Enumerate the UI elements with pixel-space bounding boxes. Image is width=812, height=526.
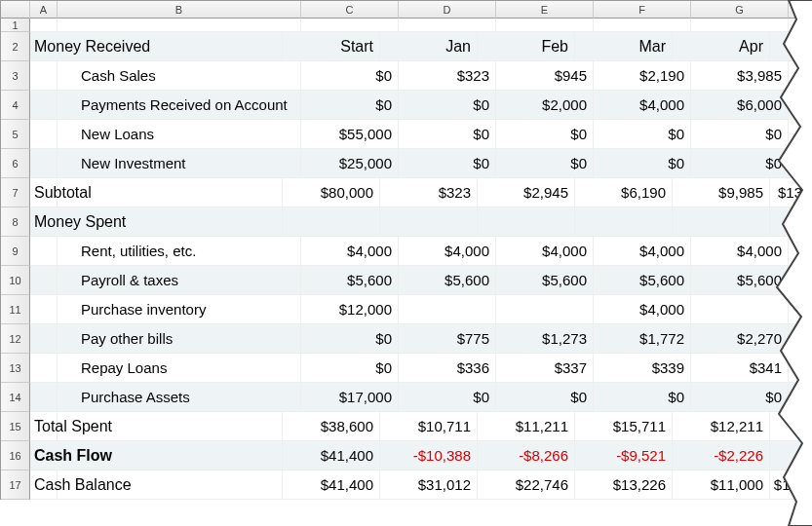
cell-H15[interactable] (770, 412, 809, 441)
rent-mar[interactable]: $4,000 (594, 237, 691, 266)
total-spent-apr[interactable]: $12,211 (673, 412, 770, 441)
total-spent-label[interactable]: Total Spent (30, 412, 283, 441)
cell-A3[interactable] (30, 61, 58, 91)
purchase-assets-mar[interactable]: $0 (594, 383, 691, 412)
payroll-jan[interactable]: $5,600 (399, 266, 496, 295)
cell-H5[interactable] (789, 120, 812, 149)
new-investment-mar[interactable]: $0 (594, 149, 691, 178)
cash-sales-apr[interactable]: $3,985 (691, 61, 789, 91)
cell-H6[interactable] (789, 149, 812, 178)
total-spent-start[interactable]: $38,600 (283, 412, 380, 441)
cell-A6[interactable] (30, 149, 58, 178)
repay-loans-mar[interactable]: $339 (594, 354, 691, 383)
cash-flow-start[interactable]: $41,400 (283, 441, 380, 470)
cell-A11[interactable] (30, 295, 58, 324)
cash-balance-h[interactable]: $12, (770, 470, 809, 500)
cell-A10[interactable] (30, 266, 58, 295)
row-header-12[interactable]: 12 (1, 324, 30, 354)
subtotal-jan[interactable]: $323 (380, 178, 478, 207)
rent-feb[interactable]: $4,000 (496, 237, 594, 266)
subtotal-label[interactable]: Subtotal (30, 178, 283, 207)
col-header-A[interactable]: A (30, 1, 58, 19)
cell-H1[interactable] (789, 19, 812, 32)
cell-A5[interactable] (30, 120, 58, 149)
other-bills-feb[interactable]: $1,273 (496, 324, 594, 354)
cell-F8[interactable] (575, 207, 673, 237)
money-received-label[interactable]: Money Received (30, 32, 283, 61)
col-header-H[interactable]: H (789, 1, 812, 19)
other-bills-jan[interactable]: $775 (399, 324, 496, 354)
row-header-11[interactable]: 11 (1, 295, 30, 324)
subtotal-start[interactable]: $80,000 (283, 178, 380, 207)
new-loans-jan[interactable]: $0 (399, 120, 496, 149)
purchase-assets-apr[interactable]: $0 (691, 383, 789, 412)
payments-received-feb[interactable]: $2,000 (496, 91, 594, 120)
rent-label[interactable]: Rent, utilities, etc. (58, 237, 301, 266)
cash-flow-jan[interactable]: -$10,388 (380, 441, 478, 470)
subtotal-mar[interactable]: $6,190 (575, 178, 673, 207)
cash-flow-label[interactable]: Cash Flow (30, 441, 283, 470)
month-mar[interactable]: Mar (575, 32, 673, 61)
cell-H13[interactable] (789, 354, 812, 383)
payments-received-mar[interactable]: $4,000 (594, 91, 691, 120)
col-header-C[interactable]: C (301, 1, 399, 19)
inventory-mar[interactable]: $4,000 (594, 295, 691, 324)
cash-flow-feb[interactable]: -$8,266 (478, 441, 575, 470)
other-bills-h[interactable]: $2 (789, 324, 812, 354)
cash-sales-feb[interactable]: $945 (496, 61, 594, 91)
payroll-h[interactable]: $5, (789, 266, 812, 295)
cell-G8[interactable] (673, 207, 770, 237)
cash-sales-start[interactable]: $0 (301, 61, 399, 91)
cash-balance-mar[interactable]: $13,226 (575, 470, 673, 500)
col-header-E[interactable]: E (496, 1, 594, 19)
purchase-assets-jan[interactable]: $0 (399, 383, 496, 412)
inventory-feb[interactable] (496, 295, 594, 324)
payments-received-label[interactable]: Payments Received on Account (58, 91, 301, 120)
cell-H8[interactable] (770, 207, 809, 237)
row-header-15[interactable]: 15 (1, 412, 30, 441)
inventory-start[interactable]: $12,000 (301, 295, 399, 324)
new-investment-label[interactable]: New Investment (58, 149, 301, 178)
cell-A9[interactable] (30, 237, 58, 266)
rent-apr[interactable]: $4,000 (691, 237, 789, 266)
other-bills-start[interactable]: $0 (301, 324, 399, 354)
other-bills-apr[interactable]: $2,270 (691, 324, 789, 354)
row-header-6[interactable]: 6 (1, 149, 30, 178)
cash-flow-apr[interactable]: -$2,226 (673, 441, 770, 470)
subtotal-apr[interactable]: $9,985 (673, 178, 770, 207)
payroll-label[interactable]: Payroll & taxes (58, 266, 301, 295)
payroll-feb[interactable]: $5,600 (496, 266, 594, 295)
spreadsheet[interactable]: A B C D E F G H 1 2 Money Received Start… (0, 0, 809, 500)
row-header-16[interactable]: 16 (1, 441, 30, 470)
money-spent-label[interactable]: Money Spent (30, 207, 283, 237)
new-investment-jan[interactable]: $0 (399, 149, 496, 178)
new-loans-apr[interactable]: $0 (691, 120, 789, 149)
rent-jan[interactable]: $4,000 (399, 237, 496, 266)
cell-A4[interactable] (30, 91, 58, 120)
col-header-F[interactable]: F (594, 1, 691, 19)
cell-D8[interactable] (380, 207, 478, 237)
purchase-assets-feb[interactable]: $0 (496, 383, 594, 412)
cash-balance-label[interactable]: Cash Balance (30, 470, 283, 500)
cell-C1[interactable] (301, 19, 399, 32)
payroll-start[interactable]: $5,600 (301, 266, 399, 295)
inventory-jan[interactable] (399, 295, 496, 324)
cell-H4[interactable] (789, 91, 812, 120)
cell-A14[interactable] (30, 383, 58, 412)
new-loans-start[interactable]: $55,000 (301, 120, 399, 149)
month-jan[interactable]: Jan (380, 32, 478, 61)
cell-A1[interactable] (30, 19, 58, 32)
row-header-2[interactable]: 2 (1, 32, 30, 61)
month-start[interactable]: Start (283, 32, 380, 61)
row-header-10[interactable]: 10 (1, 266, 30, 295)
col-header-D[interactable]: D (399, 1, 496, 19)
row-header-13[interactable]: 13 (1, 354, 30, 383)
row-header-9[interactable]: 9 (1, 237, 30, 266)
row-header-14[interactable]: 14 (1, 383, 30, 412)
row-header-7[interactable]: 7 (1, 178, 30, 207)
inventory-apr[interactable] (691, 295, 789, 324)
row-header-4[interactable]: 4 (1, 91, 30, 120)
cash-sales-jan[interactable]: $323 (399, 61, 496, 91)
other-bills-label[interactable]: Pay other bills (58, 324, 301, 354)
inventory-label[interactable]: Purchase inventory (58, 295, 301, 324)
